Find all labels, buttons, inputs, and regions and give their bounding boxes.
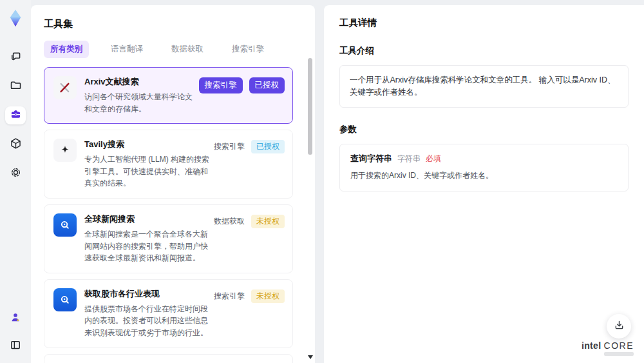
sidebar-item-packages[interactable] [5, 135, 26, 153]
app-logo-icon [6, 8, 25, 28]
package-icon [9, 137, 23, 153]
tools-panel-title: 工具集 [44, 18, 302, 30]
detail-panel-title: 工具详情 [339, 17, 629, 29]
tool-description: 全球新闻搜索是一个聚合全球各大新闻网站内容的搜索引擎，帮助用户快速获取全球最新资… [84, 228, 210, 264]
download-button[interactable] [607, 314, 631, 338]
sidebar-bottom [5, 309, 26, 355]
tool-card-global-news[interactable]: 全球新闻搜索 全球新闻搜索是一个聚合全球各大新闻网站内容的搜索引擎，帮助用户快速… [44, 204, 293, 273]
scrollbar-down-arrow-icon[interactable] [308, 355, 313, 359]
tab-all-categories[interactable]: 所有类别 [44, 41, 89, 58]
tool-intro-text: 一个用于从Arxiv存储库搜索科学论文和文章的工具。 输入可以是Arxiv ID… [339, 65, 629, 108]
list-scrollbar[interactable] [308, 12, 313, 362]
tools-list-panel: 工具集 所有类别 语言翻译 数据获取 搜索引擎 A [31, 5, 315, 363]
toolbox-icon [9, 108, 23, 124]
tool-card-arxiv[interactable]: Arxiv文献搜索 访问各个研究领域大量科学论文和文章的存储库。 搜索引擎 已授… [44, 67, 293, 124]
category-label: 搜索引擎 [214, 291, 245, 302]
collapse-panel-icon [9, 338, 22, 354]
tab-search-engine[interactable]: 搜索引擎 [225, 41, 270, 58]
app-window: 工具集 所有类别 语言翻译 数据获取 搜索引擎 A [0, 0, 644, 363]
status-badge: 已授权 [251, 140, 285, 153]
tab-data-fetch[interactable]: 数据获取 [165, 41, 210, 58]
tool-card-tavily[interactable]: Tavily搜索 专为人工智能代理 (LLM) 构建的搜索引擎工具。可快速提供实… [44, 130, 293, 199]
intel-brand-text: intel [582, 340, 601, 351]
status-badge: 未授权 [251, 289, 285, 303]
sidebar-item-settings[interactable] [5, 164, 26, 182]
category-tabs: 所有类别 语言翻译 数据获取 搜索引擎 [44, 41, 302, 58]
tab-language-translation[interactable]: 语言翻译 [104, 41, 149, 58]
param-name: 查询字符串 [350, 153, 392, 164]
status-badge: 已授权 [249, 77, 285, 93]
tavily-star-icon [53, 139, 77, 162]
tool-detail-panel: 工具详情 工具介绍 一个用于从Arxiv存储库搜索科学论文和文章的工具。 输入可… [324, 5, 644, 363]
arxiv-icon [53, 76, 77, 99]
sidebar-item-tools[interactable] [5, 106, 26, 124]
param-required-flag: 必填 [426, 153, 441, 164]
sidebar-item-collapse[interactable] [5, 337, 26, 355]
tool-card-sector-performance[interactable]: 获取股市各行业表现 提供股票市场各个行业在特定时间段内的表现。投资者可以利用这些… [44, 279, 293, 348]
tool-card-active-stocks[interactable]: 获取市场最活跃股票信息 提供当天交易量最高的股票列表，投资者可以利用这些信息来识… [44, 354, 293, 363]
category-badge: 搜索引擎 [199, 77, 243, 93]
params-heading: 参数 [339, 124, 629, 135]
scrollbar-thumb[interactable] [308, 58, 312, 155]
user-avatar-icon [9, 311, 22, 326]
category-label: 数据获取 [214, 216, 245, 227]
core-brand-text: CORE [604, 340, 634, 351]
sidebar-item-account[interactable] [5, 309, 26, 328]
sidebar-item-files[interactable] [5, 77, 26, 95]
param-description: 用于搜索的Arxiv ID、关键字或作者姓名。 [350, 170, 618, 181]
tool-list: Arxiv文献搜索 访问各个研究领域大量科学论文和文章的存储库。 搜索引擎 已授… [44, 67, 302, 363]
icon-sidebar [0, 0, 31, 363]
tool-name: Arxiv文献搜索 [84, 76, 195, 88]
intel-sub-badge [604, 352, 634, 356]
param-item: 查询字符串 字符串 必填 用于搜索的Arxiv ID、关键字或作者姓名。 [339, 144, 629, 191]
tool-name: Tavily搜索 [84, 139, 210, 150]
intel-core-logo: intel CORE [582, 341, 634, 356]
status-badge: 未授权 [251, 215, 285, 228]
tool-description: 提供股票市场各个行业在特定时间段内的表现。投资者可以利用这些信息来识别表现优于或… [84, 303, 210, 339]
sidebar-nav [5, 48, 26, 182]
tool-name: 全球新闻搜索 [84, 213, 210, 225]
category-label: 搜索引擎 [214, 141, 245, 152]
blue-search-icon [53, 288, 77, 311]
tool-description: 专为人工智能代理 (LLM) 构建的搜索引擎工具。可快速提供实时、准确和真实的结… [84, 153, 210, 190]
blue-search-icon [53, 213, 77, 237]
tool-description: 访问各个研究领域大量科学论文和文章的存储库。 [84, 91, 195, 115]
folder-icon [9, 79, 23, 95]
download-icon [613, 319, 625, 334]
intro-heading: 工具介绍 [339, 45, 629, 57]
sidebar-item-chat[interactable] [5, 48, 26, 66]
tool-name: 获取股市各行业表现 [84, 288, 210, 300]
chat-icon [9, 50, 23, 66]
content-area: 工具集 所有类别 语言翻译 数据获取 搜索引擎 A [31, 0, 644, 363]
settings-gear-icon [9, 166, 23, 182]
param-type: 字符串 [397, 153, 421, 164]
